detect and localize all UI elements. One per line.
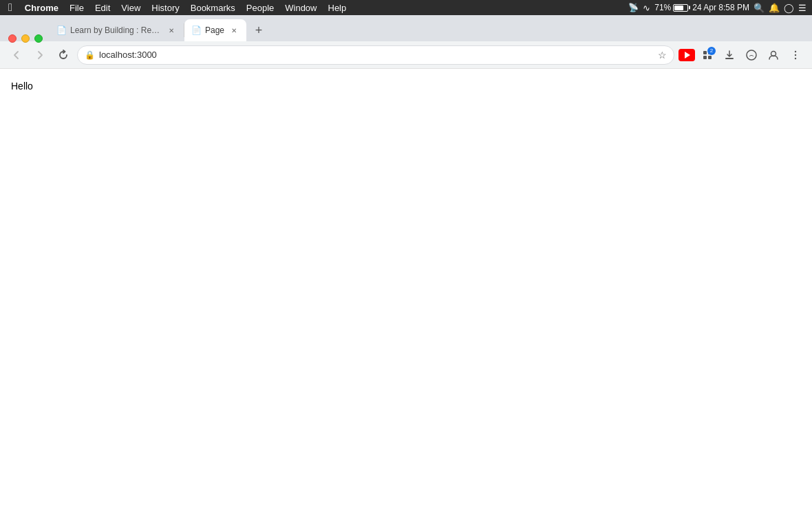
youtube-button[interactable] [679, 49, 695, 61]
account-icon[interactable]: ◯ [784, 3, 794, 13]
tab-1-favicon: 📄 [56, 25, 66, 35]
menu-bar-items:  Chrome File Edit View History Bookmark… [6, 0, 628, 15]
battery-fill [674, 6, 683, 10]
minimize-button[interactable] [21, 34, 30, 43]
lock-icon: 🔒 [85, 50, 95, 60]
tab-2-close[interactable]: ✕ [228, 25, 239, 36]
github-button[interactable] [742, 45, 761, 65]
svg-point-7 [795, 50, 796, 52]
tab-2-favicon: 📄 [191, 25, 201, 35]
svg-rect-3 [708, 56, 712, 59]
address-bar-container[interactable]: 🔒 ☆ [77, 45, 674, 65]
back-icon [11, 50, 22, 61]
history-menu[interactable]: History [146, 0, 184, 15]
extensions-badge: 2 [707, 47, 716, 55]
datetime: 24 Apr 8:58 PM [692, 3, 749, 12]
refresh-button[interactable] [54, 45, 73, 65]
wifi-icon: ∿ [643, 3, 650, 13]
menu-bar:  Chrome File Edit View History Bookmark… [0, 0, 812, 15]
avatar-icon [768, 50, 779, 61]
address-bar-input[interactable] [99, 50, 654, 60]
chrome-menu-button[interactable] [786, 45, 805, 65]
control-center-icon[interactable]: ☰ [798, 3, 806, 13]
forward-button[interactable] [30, 45, 50, 65]
youtube-play-icon [685, 52, 690, 59]
notification-icon[interactable]: 🔔 [769, 3, 780, 13]
new-tab-button[interactable]: + [249, 21, 268, 40]
apple-menu[interactable]:  [6, 0, 19, 15]
tab-bar: 📄 Learn by Building : React Hook ✕ 📄 Pag… [0, 15, 812, 41]
traffic-lights [8, 34, 43, 43]
svg-rect-2 [703, 56, 707, 59]
hello-text: Hello [11, 81, 33, 92]
menu-bar-right: 📡 ∿ 71% 24 Apr 8:58 PM 🔍 🔔 ◯ ☰ [628, 3, 806, 13]
edit-menu[interactable]: Edit [89, 0, 116, 15]
back-button[interactable] [7, 45, 26, 65]
download-icon [724, 50, 735, 61]
browser-header: 📄 Learn by Building : React Hook ✕ 📄 Pag… [0, 15, 812, 69]
page-content: Hello [0, 69, 812, 508]
tab-1-title: Learn by Building : React Hook [70, 25, 162, 35]
airdrop-icon: 📡 [628, 3, 639, 12]
close-button[interactable] [8, 34, 17, 43]
battery-percent: 71% [654, 3, 671, 12]
vertical-dots-icon [790, 50, 801, 61]
chrome-menu[interactable]: Chrome [19, 0, 64, 15]
profile-button[interactable] [764, 45, 783, 65]
svg-point-9 [795, 57, 796, 59]
tab-2[interactable]: 📄 Page ✕ [184, 19, 246, 41]
forward-icon [34, 50, 45, 61]
battery-container: 71% [654, 3, 688, 12]
refresh-icon [58, 50, 69, 61]
bookmark-star-icon[interactable]: ☆ [658, 50, 667, 61]
maximize-button[interactable] [34, 34, 43, 43]
search-icon[interactable]: 🔍 [754, 3, 765, 13]
nav-bar: 🔒 ☆ 2 [0, 41, 812, 69]
downloads-button[interactable] [720, 45, 739, 65]
view-menu[interactable]: View [116, 0, 146, 15]
svg-rect-0 [703, 51, 707, 54]
github-icon [746, 50, 757, 61]
svg-rect-4 [725, 58, 734, 59]
bookmarks-menu[interactable]: Bookmarks [185, 0, 241, 15]
tab-2-title: Page [205, 25, 224, 35]
tab-1[interactable]: 📄 Learn by Building : React Hook ✕ [50, 19, 184, 41]
window-menu[interactable]: Window [279, 0, 322, 15]
svg-point-8 [795, 54, 796, 55]
file-menu[interactable]: File [64, 0, 89, 15]
nav-right-icons: 2 [679, 45, 805, 65]
battery-icon [673, 4, 688, 12]
people-menu[interactable]: People [241, 0, 279, 15]
tab-1-close[interactable]: ✕ [166, 25, 177, 36]
help-menu[interactable]: Help [323, 0, 352, 15]
extensions-button[interactable]: 2 [698, 45, 717, 65]
